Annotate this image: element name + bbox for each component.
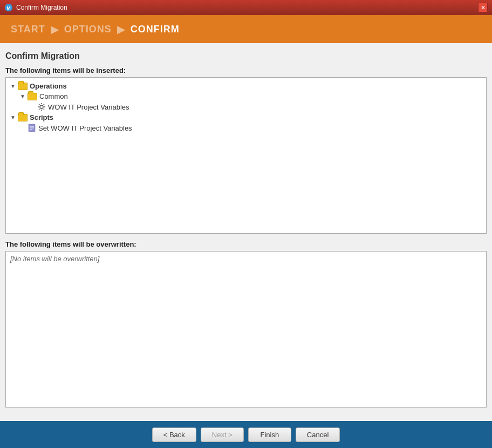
page-title: Confirm Migration	[5, 51, 487, 61]
wizard-step-start: START	[11, 24, 45, 35]
tree-node-set-wow-vars: Set WOW IT Project Variables	[20, 123, 482, 133]
scripts-children: Set WOW IT Project Variables	[10, 123, 482, 133]
common-children: WOW IT Project Variables	[20, 101, 482, 112]
title-bar: M Confirm Migration ✕	[0, 0, 492, 15]
app-icon: M	[4, 3, 13, 12]
svg-point-2	[40, 105, 43, 108]
arrow-1: ▶	[51, 23, 59, 36]
tree-node-operations: ▼ Operations	[10, 81, 482, 91]
operations-children: ▼ Common WOW IT Project Variables	[10, 91, 482, 112]
empty-overwrite-text: [No items will be overwritten]	[10, 255, 99, 263]
label-wow-vars: WOW IT Project Variables	[48, 103, 129, 111]
tree-node-scripts: ▼ Scripts	[10, 112, 482, 123]
folder-icon-operations	[18, 83, 28, 90]
label-common: Common	[39, 92, 68, 100]
toggle-scripts[interactable]: ▼	[10, 114, 16, 120]
gear-icon	[37, 103, 46, 111]
wizard-step-options: OPTIONS	[64, 24, 112, 35]
bottom-bar: < Back Next > Finish Cancel	[0, 421, 492, 448]
script-icon	[28, 124, 36, 132]
insert-tree-panel: ▼ Operations ▼ Common WOW IT Project	[5, 77, 487, 234]
wizard-header: START ▶ OPTIONS ▶ CONFIRM	[0, 15, 492, 43]
step-options-label: OPTIONS	[64, 24, 112, 35]
folder-icon-common	[28, 93, 37, 100]
step-start-label: START	[11, 24, 45, 35]
folder-icon-scripts	[18, 114, 28, 121]
main-content: Confirm Migration The following items wi…	[0, 43, 492, 421]
finish-button[interactable]: Finish	[248, 427, 291, 442]
label-operations: Operations	[30, 82, 67, 90]
spacer-set-wow-vars	[20, 125, 25, 131]
toggle-operations[interactable]: ▼	[10, 83, 16, 89]
toggle-common[interactable]: ▼	[20, 93, 25, 99]
close-button[interactable]: ✕	[478, 3, 488, 12]
tree-node-wow-vars: WOW IT Project Variables	[30, 101, 482, 112]
overwrite-panel: [No items will be overwritten]	[5, 251, 487, 408]
step-confirm-label: CONFIRM	[131, 24, 180, 35]
spacer-wow-vars	[30, 104, 35, 110]
overwrite-section-label: The following items will be overwritten:	[5, 240, 487, 248]
wizard-step-confirm: CONFIRM	[131, 24, 481, 35]
tree-node-common: ▼ Common	[20, 91, 482, 101]
window-title: Confirm Migration	[16, 4, 475, 11]
back-button[interactable]: < Back	[152, 427, 196, 442]
insert-section-label: The following items will be inserted:	[5, 66, 487, 74]
label-scripts: Scripts	[30, 113, 53, 121]
cancel-button[interactable]: Cancel	[296, 427, 340, 442]
next-button[interactable]: Next >	[201, 427, 244, 442]
arrow-2: ▶	[117, 23, 125, 36]
label-set-wow-vars: Set WOW IT Project Variables	[38, 124, 132, 132]
svg-text:M: M	[6, 5, 11, 11]
